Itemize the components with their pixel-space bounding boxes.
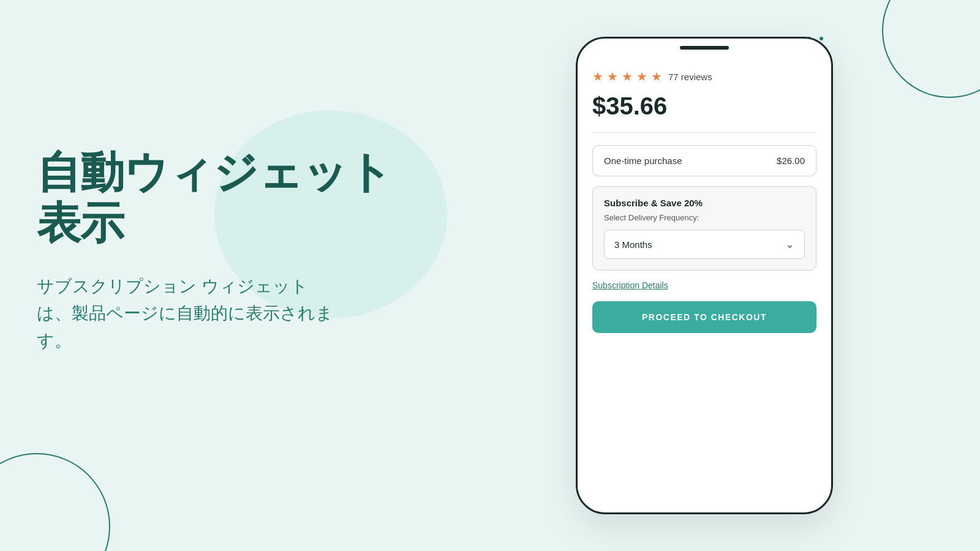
reviews-count: 77 reviews: [668, 72, 712, 82]
phone-content: ★ ★ ★ ★ ★ 77 reviews $35.66 One-time pur…: [592, 57, 816, 333]
phone-frame: ★ ★ ★ ★ ★ 77 reviews $35.66 One-time pur…: [576, 37, 833, 514]
star-5: ★: [651, 69, 662, 84]
divider: [592, 132, 816, 133]
star-3: ★: [622, 69, 633, 84]
product-price: $35.66: [592, 92, 816, 120]
phone-notch: [680, 46, 729, 50]
sub-description: サブスクリプション ウィジェット は、製品ページに自動的に表示されま す。: [37, 273, 392, 355]
delivery-frequency-label: Select Delivery Frequency:: [604, 213, 805, 222]
subscribe-title: Subscribe & Save 20%: [604, 198, 805, 208]
decorative-circle-top-right: [882, 0, 980, 98]
phone-mockup: ★ ★ ★ ★ ★ 77 reviews $35.66 One-time pur…: [576, 37, 833, 514]
left-content: 自動ウィジェット表示 サブスクリプション ウィジェット は、製品ページに自動的に…: [37, 147, 392, 355]
subscribe-box: Subscribe & Save 20% Select Delivery Fre…: [592, 186, 816, 271]
decorative-circle-bottom-left: [0, 453, 110, 551]
star-4: ★: [636, 69, 647, 84]
star-1: ★: [592, 69, 603, 84]
star-2: ★: [607, 69, 618, 84]
dropdown-selected-value: 3 Months: [614, 239, 652, 250]
subscription-details-link[interactable]: Subscription Details: [592, 280, 816, 290]
chevron-down-icon: ⌄: [785, 238, 794, 251]
one-time-purchase-option[interactable]: One-time purchase $26.00: [592, 145, 816, 176]
checkout-button[interactable]: PROCEED TO CHECKOUT: [592, 301, 816, 333]
frequency-dropdown[interactable]: 3 Months ⌄: [604, 230, 805, 259]
one-time-label: One-time purchase: [604, 156, 682, 166]
stars-row: ★ ★ ★ ★ ★ 77 reviews: [592, 69, 816, 84]
main-title: 自動ウィジェット表示: [37, 147, 392, 249]
one-time-price: $26.00: [777, 156, 805, 166]
